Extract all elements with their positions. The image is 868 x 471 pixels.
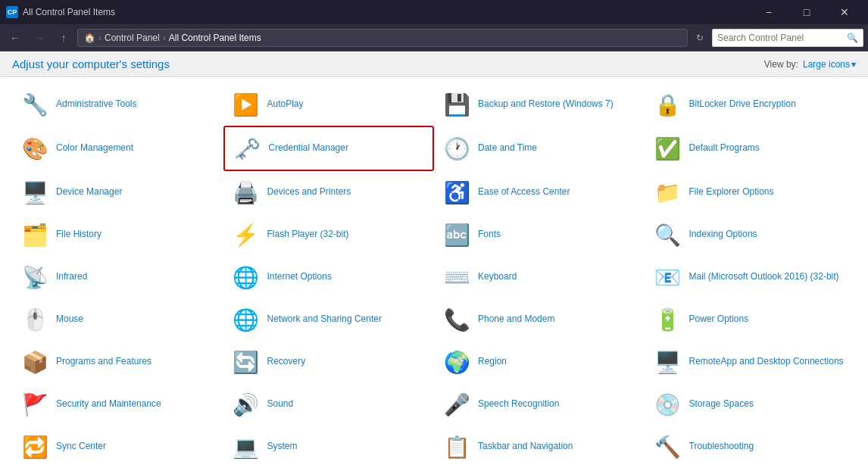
item-label-recovery: Recovery: [267, 356, 306, 368]
breadcrumb-control-panel[interactable]: Control Panel: [105, 33, 160, 43]
item-network-sharing[interactable]: 🌐Network and Sharing Center: [223, 298, 435, 341]
maximize-button[interactable]: □: [789, 0, 824, 24]
item-icon-fonts: 🔤: [442, 220, 472, 250]
item-color-management[interactable]: 🎨Color Management: [12, 126, 223, 171]
up-button[interactable]: ↑: [53, 27, 74, 48]
item-flash-player[interactable]: ⚡Flash Player (32-bit): [223, 214, 435, 256]
item-label-security-maintenance: Security and Maintenance: [56, 398, 161, 410]
item-infrared[interactable]: 📡Infrared: [12, 256, 223, 298]
item-label-system: System: [267, 441, 298, 453]
item-administrative-tools[interactable]: 🔧Administrative Tools: [12, 83, 223, 126]
search-bar[interactable]: 🔍: [712, 29, 863, 47]
item-region[interactable]: 🌍Region: [434, 341, 645, 383]
item-label-autoplay: AutoPlay: [267, 98, 304, 111]
item-icon-mouse: 🖱️: [20, 304, 50, 335]
chevron-down-icon: ▾: [851, 59, 856, 70]
item-security-maintenance[interactable]: 🚩Security and Maintenance: [12, 383, 223, 426]
item-backup-restore[interactable]: 💾Backup and Restore (Windows 7): [434, 83, 645, 126]
item-icon-default-programs: ✅: [653, 133, 683, 164]
item-internet-options[interactable]: 🌐Internet Options: [223, 256, 435, 298]
item-label-internet-options: Internet Options: [267, 271, 332, 283]
item-icon-security-maintenance: 🚩: [20, 389, 50, 420]
breadcrumb-sep-2: ›: [163, 33, 166, 43]
item-storage-spaces[interactable]: 💿Storage Spaces: [645, 383, 857, 426]
item-icon-flash-player: ⚡: [231, 220, 261, 250]
item-file-history[interactable]: 🗂️File History: [12, 214, 223, 256]
item-label-sound: Sound: [267, 398, 294, 410]
item-icon-storage-spaces: 💿: [653, 389, 683, 420]
item-programs-features[interactable]: 📦Programs and Features: [12, 341, 223, 383]
view-by-dropdown[interactable]: Large icons ▾: [803, 59, 856, 70]
minimize-button[interactable]: −: [751, 0, 786, 24]
item-sync-center[interactable]: 🔁Sync Center: [12, 426, 223, 468]
item-autoplay[interactable]: ▶️AutoPlay: [223, 83, 435, 126]
item-label-mail: Mail (Microsoft Outlook 2016) (32-bit): [689, 271, 839, 283]
breadcrumb[interactable]: 🏠 › Control Panel › All Control Panel It…: [77, 29, 688, 47]
item-label-date-time: Date and Time: [478, 142, 537, 154]
item-sound[interactable]: 🔊Sound: [223, 383, 435, 426]
item-credential-manager[interactable]: 🗝️Credential Manager: [223, 126, 435, 171]
item-speech-recognition[interactable]: 🎤Speech Recognition: [434, 383, 645, 426]
item-label-mouse: Mouse: [56, 313, 83, 326]
item-label-network-sharing: Network and Sharing Center: [267, 313, 382, 326]
window-title: All Control Panel Items: [23, 7, 751, 17]
item-icon-system: 💻: [231, 432, 261, 462]
breadcrumb-home-icon: 🏠: [84, 33, 95, 43]
item-label-power-options: Power Options: [689, 313, 749, 326]
item-file-explorer-options[interactable]: 📁File Explorer Options: [645, 171, 857, 214]
item-label-remoteapp: RemoteApp and Desktop Connections: [689, 356, 844, 368]
back-button[interactable]: ←: [5, 27, 26, 48]
refresh-button[interactable]: ↻: [691, 29, 709, 47]
item-power-options[interactable]: 🔋Power Options: [645, 298, 857, 341]
item-troubleshooting[interactable]: 🔨Troubleshooting: [645, 426, 857, 468]
item-label-sync-center: Sync Center: [56, 441, 106, 453]
view-by-value: Large icons: [803, 59, 850, 70]
item-icon-credential-manager: 🗝️: [233, 133, 263, 164]
item-label-color-management: Color Management: [56, 142, 133, 154]
item-label-keyboard: Keyboard: [478, 271, 517, 283]
item-devices-printers[interactable]: 🖨️Devices and Printers: [223, 171, 435, 214]
item-icon-recovery: 🔄: [231, 347, 261, 377]
item-mail[interactable]: 📧Mail (Microsoft Outlook 2016) (32-bit): [645, 256, 857, 298]
breadcrumb-sep-1: ›: [98, 33, 101, 43]
item-icon-phone-modem: 📞: [442, 304, 472, 335]
item-default-programs[interactable]: ✅Default Programs: [645, 126, 857, 171]
item-recovery[interactable]: 🔄Recovery: [223, 341, 435, 383]
item-label-bitlocker: BitLocker Drive Encryption: [689, 98, 796, 111]
item-icon-indexing-options: 🔍: [653, 220, 683, 250]
item-ease-of-access[interactable]: ♿Ease of Access Center: [434, 171, 645, 214]
item-icon-speech-recognition: 🎤: [442, 389, 472, 420]
item-bitlocker[interactable]: 🔒BitLocker Drive Encryption: [645, 83, 857, 126]
item-keyboard[interactable]: ⌨️Keyboard: [434, 256, 645, 298]
item-fonts[interactable]: 🔤Fonts: [434, 214, 645, 256]
item-label-storage-spaces: Storage Spaces: [689, 398, 754, 410]
item-icon-region: 🌍: [442, 347, 472, 377]
search-input[interactable]: [717, 33, 847, 43]
item-icon-devices-printers: 🖨️: [231, 177, 261, 207]
item-icon-sound: 🔊: [231, 389, 261, 420]
item-mouse[interactable]: 🖱️Mouse: [12, 298, 223, 341]
item-remoteapp[interactable]: 🖥️RemoteApp and Desktop Connections: [645, 341, 857, 383]
forward-button[interactable]: →: [29, 27, 50, 48]
item-indexing-options[interactable]: 🔍Indexing Options: [645, 214, 857, 256]
item-device-manager[interactable]: 🖥️Device Manager: [12, 171, 223, 214]
item-icon-remoteapp: 🖥️: [653, 347, 683, 377]
item-label-fonts: Fonts: [478, 229, 501, 241]
title-bar: CP All Control Panel Items − □ ✕: [0, 0, 868, 24]
breadcrumb-current: All Control Panel Items: [169, 33, 261, 43]
item-phone-modem[interactable]: 📞Phone and Modem: [434, 298, 645, 341]
item-system[interactable]: 💻System: [223, 426, 435, 468]
item-taskbar-navigation[interactable]: 📋Taskbar and Navigation: [434, 426, 645, 468]
item-label-backup-restore: Backup and Restore (Windows 7): [478, 98, 614, 111]
item-icon-bitlocker: 🔒: [653, 89, 683, 120]
item-icon-file-explorer-options: 📁: [653, 177, 683, 207]
item-icon-color-management: 🎨: [20, 133, 50, 164]
item-icon-taskbar-navigation: 📋: [442, 432, 472, 462]
close-button[interactable]: ✕: [827, 0, 862, 24]
item-date-time[interactable]: 🕐Date and Time: [434, 126, 645, 171]
item-icon-keyboard: ⌨️: [442, 262, 472, 292]
item-icon-troubleshooting: 🔨: [653, 432, 683, 462]
item-icon-sync-center: 🔁: [20, 432, 50, 462]
address-bar: ← → ↑ 🏠 › Control Panel › All Control Pa…: [0, 24, 868, 51]
item-icon-mail: 📧: [653, 262, 683, 292]
